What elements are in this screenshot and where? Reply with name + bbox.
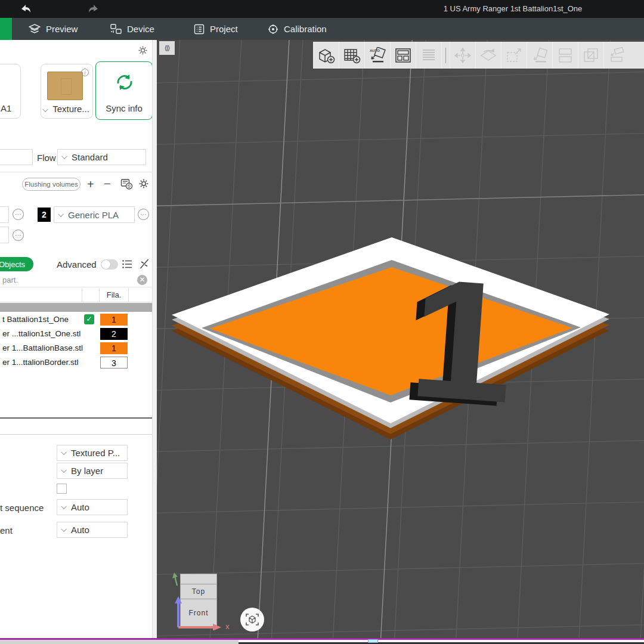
table-row[interactable]: er ...ttalion1st_One.stl 2 [0, 327, 152, 340]
chevron-down-icon [61, 467, 67, 473]
model-battalion-plate[interactable]: 1 1 [172, 237, 609, 442]
fila-cell[interactable]: 1 [100, 314, 128, 326]
plate-type-label: Texture... [41, 104, 92, 114]
sync-icon [113, 72, 136, 93]
scale-icon [505, 47, 523, 64]
tab-calibration[interactable]: Calibration [268, 18, 327, 40]
table-row[interactable]: er 1...BattalionBase.stl 1 [0, 342, 152, 355]
undo-button[interactable] [16, 2, 36, 16]
axes-gizmo [171, 568, 231, 630]
sequence-select[interactable]: Auto [57, 499, 128, 515]
panel-scrollbar[interactable] [152, 40, 157, 638]
filament1-menu-button[interactable]: ⋯ [13, 209, 24, 220]
add-plate-button[interactable] [339, 42, 364, 69]
tab-device[interactable]: Device [110, 18, 154, 40]
fila-cell[interactable]: 2 [100, 328, 128, 340]
plate-info-icon[interactable]: i [81, 69, 89, 76]
sync-info-button[interactable]: Sync info [95, 61, 153, 120]
rotate-icon [479, 47, 498, 64]
auto-orient-button[interactable]: AUTO [364, 42, 390, 69]
x-axis-label: x [225, 622, 230, 631]
filament2-menu-button[interactable]: ⋯ [138, 209, 149, 220]
sidebar-collapse-handle[interactable]: ⟨|⟩ [159, 41, 175, 55]
add-filament-button[interactable]: + [87, 178, 94, 190]
prepare-tab-edge[interactable] [0, 18, 12, 40]
device-icon [110, 24, 122, 35]
add-model-button[interactable] [313, 42, 339, 69]
filament2-material-select[interactable]: Generic PLA [54, 206, 135, 223]
fila-cell[interactable]: 3 [100, 357, 128, 369]
undo-icon [19, 4, 32, 14]
document-title: 1 US Army Ranger 1st Battalion1st_One [382, 0, 644, 18]
printer-card[interactable]: A1 [0, 64, 21, 119]
sync-info-label: Sync info [96, 103, 152, 113]
object-search-field[interactable]: part. ✕ [0, 273, 152, 287]
plate-type-value: Textured P... [71, 448, 120, 458]
layers-button-disabled[interactable] [416, 42, 441, 69]
advanced-toggle[interactable] [101, 259, 118, 270]
redo-icon [87, 4, 100, 14]
assembly-icon [607, 47, 626, 64]
search-clear-icon[interactable]: ✕ [137, 275, 147, 285]
bottom-strip-left [0, 640, 239, 644]
viewport-3d[interactable]: 1 1 ⟨|⟩ [157, 40, 644, 638]
ams-sync-icon[interactable] [120, 178, 133, 190]
plate-type-card[interactable]: i Texture... [41, 64, 93, 119]
scale-button-disabled[interactable] [501, 42, 527, 69]
flow-select[interactable]: Standard [57, 149, 146, 165]
isometric-view-icon [245, 612, 259, 627]
print-order-select[interactable]: By layer [57, 463, 128, 479]
svg-text:AUTO: AUTO [370, 49, 380, 52]
filament-field-cut[interactable] [0, 149, 33, 165]
table-row[interactable]: er 1...ttalionBorder.stl 3 [0, 356, 152, 369]
chevron-down-icon [61, 153, 67, 159]
model-number-1: 1 1 [395, 242, 521, 442]
filament3-menu-button[interactable]: ⋯ [13, 230, 24, 241]
advanced-label: Advanced [57, 259, 97, 270]
assembly-view-icon[interactable] [139, 258, 150, 270]
object-visible-checkbox[interactable]: ✓ [84, 314, 94, 324]
move-icon [454, 47, 472, 64]
tab-preview[interactable]: Preview [29, 18, 78, 40]
object-name: t Battalion1st_One [2, 315, 69, 324]
objects-tab-pill[interactable]: Objects [0, 257, 33, 271]
flow-value: Standard [72, 152, 108, 162]
filament-seq-select[interactable]: Auto [57, 522, 128, 538]
rotate-button-disabled[interactable] [475, 42, 501, 69]
selected-row-highlight[interactable] [0, 303, 152, 312]
filament3-color-cut[interactable] [0, 227, 9, 243]
auto-orient-icon: AUTO [368, 47, 387, 64]
bottom-slider-handle[interactable] [368, 639, 378, 643]
toolbar-separator [441, 42, 450, 69]
arrange-button[interactable] [390, 42, 416, 69]
filament-settings-gear-icon[interactable] [138, 178, 149, 189]
tab-preview-label: Preview [46, 24, 78, 34]
fila-cell[interactable]: 1 [100, 342, 128, 354]
filament2-color-swatch[interactable]: 2 [38, 208, 51, 222]
place-on-face-icon [530, 47, 549, 64]
split-parts-button-disabled[interactable] [578, 42, 603, 69]
main-tab-bar: Preview Device Project Calibration [0, 18, 644, 40]
tab-device-label: Device [127, 24, 154, 34]
assembly-button-disabled[interactable] [603, 42, 629, 69]
svg-text:1: 1 [403, 242, 521, 438]
redo-button[interactable] [83, 2, 104, 16]
filament1-color-cut[interactable] [0, 206, 9, 223]
flushing-volumes-button[interactable]: Flushing volumes [22, 178, 80, 191]
printer-settings-gear-icon[interactable] [138, 45, 148, 55]
object-list-icon[interactable] [122, 259, 133, 270]
reset-view-button[interactable] [240, 608, 264, 631]
tab-project[interactable]: Project [194, 18, 238, 40]
remove-filament-button[interactable]: − [104, 178, 111, 190]
spiral-vase-checkbox[interactable] [57, 484, 67, 494]
chevron-down-icon [61, 449, 67, 455]
table-row[interactable]: t Battalion1st_One ✓ 1 [0, 313, 152, 326]
chevron-down-icon [61, 526, 67, 532]
filament2-material: Generic PLA [68, 210, 119, 220]
place-on-face-button-disabled[interactable] [527, 42, 552, 69]
move-button-disabled[interactable] [450, 42, 475, 69]
split-objects-button-disabled[interactable] [552, 42, 578, 69]
sequence-value: Auto [71, 502, 89, 512]
plate-type-select[interactable]: Textured P... [57, 445, 128, 461]
section-divider-dark [0, 417, 152, 419]
